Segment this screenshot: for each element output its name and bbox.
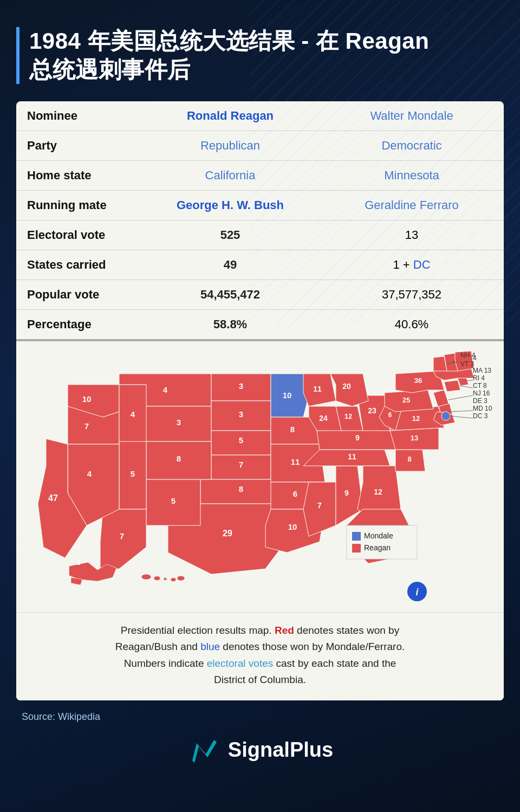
svg-rect-115 — [347, 525, 417, 559]
us-map-svg: 10 7 4 4 3 3 3 5 7 8 29 5 8 5 7 4 47 — [16, 341, 504, 612]
percentage-label: Percentage — [16, 310, 141, 340]
svg-text:3: 3 — [177, 418, 181, 427]
nominee-label: Nominee — [16, 101, 141, 131]
mondale-name: Walter Mondale — [320, 101, 504, 131]
page-container: 1984 年美国总统大选结果 - 在 Reagan 总统遇刺事件后 Nomine… — [0, 0, 520, 812]
svg-text:9: 9 — [355, 433, 360, 442]
table-row-runningmate: Running mate George H. W. Bush Geraldine… — [16, 191, 504, 220]
svg-text:25: 25 — [402, 396, 410, 404]
svg-text:VT 3: VT 3 — [460, 360, 474, 368]
svg-rect-118 — [352, 544, 361, 553]
runningmate-label: Running mate — [16, 191, 141, 220]
reagan-name: Ronald Reagan — [141, 101, 320, 131]
reagan-states: 49 — [141, 250, 320, 280]
info-table: Nominee Ronald Reagan Walter Mondale Par… — [16, 101, 504, 340]
page-title: 1984 年美国总统大选结果 - 在 Reagan 总统遇刺事件后 — [29, 27, 504, 84]
svg-marker-43 — [444, 380, 460, 392]
svg-text:DE 3: DE 3 — [473, 397, 487, 405]
reagan-percentage: 58.8% — [141, 310, 320, 340]
table-row-electoral: Electoral vote 525 13 — [16, 220, 504, 250]
svg-text:DC 3: DC 3 — [473, 412, 488, 420]
svg-text:20: 20 — [342, 382, 351, 391]
svg-text:5: 5 — [239, 436, 243, 445]
svg-text:13: 13 — [411, 434, 418, 442]
svg-text:11: 11 — [348, 452, 356, 461]
reagan-homestate: California — [141, 161, 320, 191]
caption-blue-word: blue — [200, 641, 220, 652]
svg-text:4: 4 — [131, 410, 135, 419]
svg-text:8: 8 — [407, 455, 411, 463]
svg-text:7: 7 — [317, 501, 322, 510]
svg-text:RI 4: RI 4 — [473, 374, 485, 382]
table-row-states: States carried 49 1 + DC — [16, 250, 504, 280]
svg-text:9: 9 — [344, 489, 349, 497]
svg-text:24: 24 — [319, 414, 328, 423]
brand-name: SignalPlus — [228, 738, 333, 762]
svg-text:3: 3 — [239, 381, 243, 391]
svg-text:MD 10: MD 10 — [473, 405, 492, 412]
svg-text:7: 7 — [239, 460, 243, 469]
svg-text:8: 8 — [290, 425, 295, 434]
reagan-party: Republican — [141, 131, 320, 161]
svg-point-52 — [141, 574, 151, 580]
svg-rect-116 — [352, 532, 361, 541]
mondale-states: 1 + DC — [320, 250, 504, 280]
table-row-party: Party Republican Democratic — [16, 131, 504, 161]
title-block: 1984 年美国总统大选结果 - 在 Reagan 总统遇刺事件后 — [16, 27, 504, 84]
svg-text:4: 4 — [163, 385, 168, 394]
reagan-runningmate: George H. W. Bush — [141, 191, 320, 220]
electoral-label: Electoral vote — [16, 220, 141, 250]
svg-text:12: 12 — [374, 488, 382, 496]
mondale-electoral: 13 — [320, 220, 504, 250]
source-text: Source: Wikipedia — [16, 700, 504, 731]
svg-text:3: 3 — [76, 558, 80, 567]
svg-text:10: 10 — [82, 394, 92, 404]
svg-point-49 — [441, 412, 450, 420]
svg-text:Reagan: Reagan — [364, 543, 391, 552]
party-label: Party — [16, 131, 141, 161]
svg-text:10: 10 — [283, 391, 292, 400]
map-caption: Presidential election results map. Red d… — [16, 612, 504, 700]
svg-text:29: 29 — [223, 529, 232, 538]
homestate-label: Home state — [16, 161, 141, 191]
svg-text:MA 13: MA 13 — [473, 367, 491, 374]
svg-text:4: 4 — [87, 469, 92, 478]
svg-text:8: 8 — [239, 484, 243, 493]
svg-text:6: 6 — [293, 489, 297, 498]
table-row-percentage: Percentage 58.8% 40.6% — [16, 310, 504, 340]
reagan-electoral: 525 — [141, 220, 320, 250]
svg-text:3: 3 — [239, 410, 243, 419]
table-row-homestate: Home state California Minnesota — [16, 161, 504, 191]
popular-label: Popular vote — [16, 280, 141, 310]
svg-point-55 — [171, 578, 176, 582]
svg-text:11: 11 — [313, 385, 322, 393]
main-card: Nominee Ronald Reagan Walter Mondale Par… — [16, 101, 504, 700]
reagan-popular: 54,455,472 — [141, 280, 320, 310]
mondale-percentage: 40.6% — [320, 310, 504, 340]
svg-text:CT 8: CT 8 — [473, 382, 487, 389]
svg-text:12: 12 — [412, 414, 420, 423]
svg-text:NJ 16: NJ 16 — [473, 389, 490, 397]
svg-text:5: 5 — [131, 469, 135, 478]
brand-footer: SignalPlus — [187, 737, 333, 764]
svg-text:5: 5 — [171, 496, 176, 505]
svg-point-53 — [154, 576, 160, 581]
table-row-nominee: Nominee Ronald Reagan Walter Mondale — [16, 101, 504, 131]
mondale-homestate: Minnesota — [320, 161, 504, 191]
svg-text:11: 11 — [291, 457, 300, 466]
svg-text:4: 4 — [473, 354, 477, 362]
map-section: 10 7 4 4 3 3 3 5 7 8 29 5 8 5 7 4 47 — [16, 340, 504, 700]
svg-text:4: 4 — [165, 576, 169, 584]
svg-point-56 — [177, 576, 185, 581]
svg-text:12: 12 — [344, 412, 352, 420]
mondale-party: Democratic — [320, 131, 504, 161]
svg-text:8: 8 — [177, 454, 181, 463]
states-label: States carried — [16, 250, 141, 280]
table-row-popular: Popular vote 54,455,472 37,577,352 — [16, 280, 504, 310]
caption-red-word: Red — [275, 625, 294, 636]
mondale-popular: 37,577,352 — [320, 280, 504, 310]
svg-text:7: 7 — [84, 421, 89, 431]
svg-text:10: 10 — [288, 522, 297, 531]
caption-lblue-word: electoral votes — [207, 658, 274, 669]
svg-text:47: 47 — [48, 493, 58, 503]
